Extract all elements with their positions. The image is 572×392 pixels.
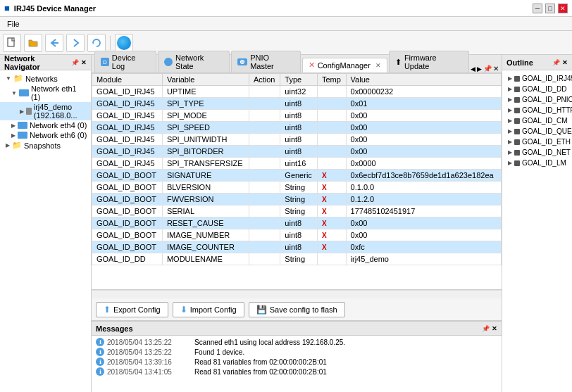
table-row[interactable]: GOAL_ID_BOOT IMAGE_COUNTER uint8 X 0xfc bbox=[92, 241, 502, 253]
tree-expand-eth1: ▼ bbox=[11, 90, 17, 96]
outline-close[interactable]: ✕ bbox=[562, 59, 568, 66]
outline-item[interactable]: ▶ GOAL_ID_IRJ45 bbox=[502, 73, 572, 84]
cell-action bbox=[249, 122, 280, 134]
cell-action bbox=[249, 182, 280, 194]
tabs-pin[interactable]: 📌 bbox=[483, 65, 492, 72]
tabs-bar: D Device Log Network State ⊕ PNIO Master… bbox=[92, 55, 502, 73]
outline-item-arrow: ▶ bbox=[508, 149, 512, 156]
tab-pnio-master[interactable]: ⊕ PNIO Master bbox=[231, 51, 301, 72]
message-icon: ℹ bbox=[96, 338, 104, 346]
outline-item[interactable]: ▶ GOAL_ID_CM bbox=[502, 115, 572, 126]
message-row: ℹ 2018/05/04 13:25:22 Scanned eth1 using… bbox=[92, 337, 502, 347]
cell-type: String bbox=[280, 182, 318, 194]
cell-action bbox=[249, 194, 280, 206]
tabs-scroll-right[interactable]: ▶ bbox=[477, 65, 482, 72]
table-row[interactable]: GOAL_ID_BOOT SERIAL String X 17748510245… bbox=[92, 206, 502, 217]
tree-item-irj45[interactable]: ▶ irj45_demo (192.168.0... bbox=[0, 102, 91, 120]
cell-action bbox=[249, 170, 280, 182]
outline-item[interactable]: ▶ GOAL_ID_LM bbox=[502, 158, 572, 168]
close-button[interactable]: ✕ bbox=[558, 4, 568, 13]
table-row[interactable]: GOAL_ID_IRJ45 UPTIME uint32 0x00000232 bbox=[92, 86, 502, 98]
cell-value: 0x00 bbox=[346, 110, 501, 122]
config-table: Module Variable Action Type Temp Value G… bbox=[92, 73, 502, 265]
table-row[interactable]: GOAL_ID_IRJ45 SPI_MODE uint8 0x00 bbox=[92, 110, 502, 122]
outline-item[interactable]: ▶ GOAL_ID_QUEUE bbox=[502, 126, 572, 137]
message-icon: ℹ bbox=[96, 358, 104, 366]
tree-item-eth1[interactable]: ▼ Network eth1 (1) bbox=[0, 84, 91, 102]
tree-expand-irj45: ▶ bbox=[20, 108, 24, 115]
col-header-value: Value bbox=[346, 74, 501, 86]
outline-item-icon bbox=[514, 97, 520, 103]
tree-expand-eth6: ▶ bbox=[11, 132, 15, 139]
outline-item[interactable]: ▶ GOAL_ID_DD bbox=[502, 84, 572, 94]
cell-variable: SERIAL bbox=[162, 206, 249, 217]
cell-type: uint8 bbox=[280, 229, 318, 241]
cell-module: GOAL_ID_IRJ45 bbox=[92, 134, 163, 146]
cell-variable: SPI_UNITWIDTH bbox=[162, 134, 249, 146]
globe-button[interactable] bbox=[115, 34, 133, 52]
outline-item[interactable]: ▶ GOAL_ID_HTTP bbox=[502, 105, 572, 115]
tab-config-manager[interactable]: ✕ ConfigManager ✕ bbox=[302, 58, 387, 72]
col-header-action: Action bbox=[249, 74, 280, 86]
firmware-icon: ⬆ bbox=[395, 58, 402, 67]
table-row[interactable]: GOAL_ID_BOOT IMAGE_NUMBER uint8 X 0x00 bbox=[92, 229, 502, 241]
messages-pin[interactable]: 📌 bbox=[482, 325, 490, 332]
table-h-scrollbar[interactable] bbox=[92, 290, 502, 298]
tab-firmware-update[interactable]: ⬆ Firmware Update bbox=[389, 51, 469, 72]
save-config-button[interactable]: 💾 Save config to flash bbox=[249, 302, 345, 317]
refresh-button[interactable] bbox=[87, 34, 106, 52]
table-row[interactable]: GOAL_ID_IRJ45 SPI_TYPE uint8 0x01 bbox=[92, 98, 502, 110]
outline-item-icon bbox=[514, 150, 520, 156]
tabs-close-all[interactable]: ✕ bbox=[493, 65, 499, 72]
outline-item-icon bbox=[514, 129, 520, 134]
tree-item-eth6[interactable]: ▶ Network eth6 (0) bbox=[0, 130, 91, 140]
maximize-button[interactable]: □ bbox=[545, 4, 555, 13]
tab-device-log[interactable]: D Device Log bbox=[94, 51, 156, 72]
table-row[interactable]: GOAL_ID_IRJ45 SPI_SPEED uint8 0x00 bbox=[92, 122, 502, 134]
menu-file[interactable]: File bbox=[4, 19, 23, 29]
outline-title: Outline bbox=[506, 58, 533, 67]
table-row[interactable]: GOAL_ID_BOOT FWVERSION String X 0.1.2.0 bbox=[92, 194, 502, 206]
import-config-button[interactable]: ⬇ Import Config bbox=[173, 302, 244, 317]
outline-pin[interactable]: 📌 bbox=[552, 59, 560, 66]
tab-network-state[interactable]: Network State bbox=[158, 51, 230, 72]
table-row[interactable]: GOAL_ID_BOOT BLVERSION String X 0.1.0.0 bbox=[92, 182, 502, 194]
cell-module: GOAL_ID_IRJ45 bbox=[92, 86, 163, 98]
tree-item-networks[interactable]: ▼ 📁 Networks bbox=[0, 73, 91, 84]
tree-expand-networks: ▼ bbox=[6, 75, 11, 82]
tab-label-firmware-update: Firmware Update bbox=[404, 53, 463, 70]
tree-item-eth4[interactable]: ▶ Network eth4 (0) bbox=[0, 120, 91, 130]
table-row[interactable]: GOAL_ID_IRJ45 SPI_TRANSFERSIZE uint16 0x… bbox=[92, 158, 502, 170]
nav-pin-button[interactable]: 📌 bbox=[71, 59, 79, 66]
menu-bar: File bbox=[0, 17, 572, 31]
nav-close-button[interactable]: ✕ bbox=[81, 59, 87, 66]
cell-module: GOAL_ID_BOOT bbox=[92, 229, 163, 241]
outline-item[interactable]: ▶ GOAL_ID_PNIO bbox=[502, 94, 572, 105]
back-button[interactable] bbox=[45, 34, 63, 52]
minimize-button[interactable]: ─ bbox=[533, 4, 542, 13]
import-icon: ⬇ bbox=[180, 305, 187, 315]
table-row[interactable]: GOAL_ID_IRJ45 SPI_UNITWIDTH uint8 0x00 bbox=[92, 134, 502, 146]
tab-close-config[interactable]: ✕ bbox=[375, 62, 381, 69]
messages-close[interactable]: ✕ bbox=[492, 325, 497, 332]
cell-action bbox=[249, 158, 280, 170]
config-table-wrapper[interactable]: Module Variable Action Type Temp Value G… bbox=[92, 73, 502, 290]
forward-button[interactable] bbox=[66, 34, 85, 52]
title-bar: ■ IRJ45 Device Manager ─ □ ✕ bbox=[0, 0, 572, 17]
table-row[interactable]: GOAL_ID_BOOT RESET_CAUSE uint8 X 0x00 bbox=[92, 217, 502, 229]
table-row[interactable]: GOAL_ID_IRJ45 SPI_BITORDER uint8 0x00 bbox=[92, 146, 502, 158]
outline-item[interactable]: ▶ GOAL_ID_NET bbox=[502, 147, 572, 158]
tree-label-eth6: Network eth6 (0) bbox=[30, 131, 87, 139]
open-button[interactable] bbox=[24, 34, 42, 52]
table-row[interactable]: GOAL_ID_BOOT SIGNATURE Generic X 0x6ecbf… bbox=[92, 170, 502, 182]
table-row[interactable]: GOAL_ID_DD MODULENAME String irj45_demo bbox=[92, 253, 502, 265]
export-config-button[interactable]: ⬆ Export Config bbox=[96, 302, 168, 317]
tabs-scroll-left[interactable]: ◀ bbox=[471, 65, 475, 72]
main-layout: Network Navigator 📌 ✕ ▼ 📁 Networks ▼ Net… bbox=[0, 55, 572, 392]
import-config-label: Import Config bbox=[190, 305, 237, 314]
new-button[interactable] bbox=[3, 34, 21, 52]
messages-title: Messages bbox=[96, 324, 133, 333]
tree-item-snapshots[interactable]: ▶ 📁 Snapshots bbox=[0, 140, 91, 151]
col-header-type: Type bbox=[280, 74, 318, 86]
outline-item[interactable]: ▶ GOAL_ID_ETH bbox=[502, 137, 572, 147]
